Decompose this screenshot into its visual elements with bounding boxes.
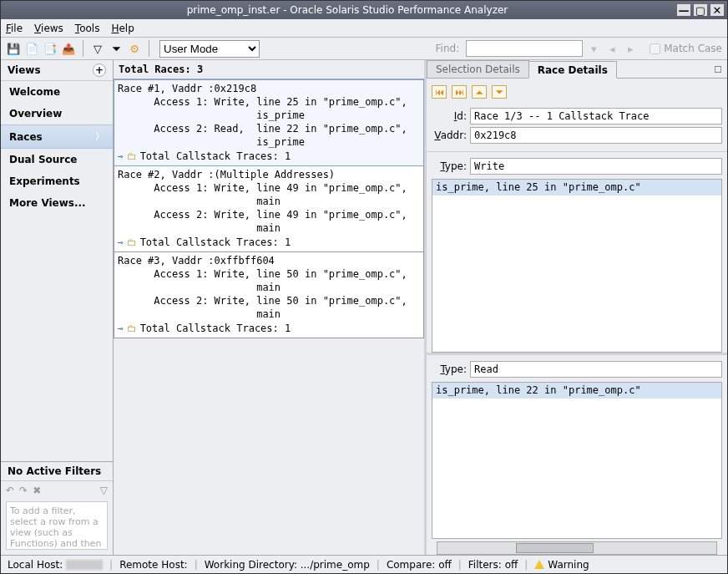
menu-help[interactable]: Help [111,23,134,34]
filter-funnel-icon[interactable]: ▽ [100,485,108,496]
sidebar-item-welcome[interactable]: Welcome [1,81,113,103]
gear-icon[interactable]: ⚙ [127,41,142,56]
sidebar-item-more-views[interactable]: More Views... [1,192,113,214]
id-value: Race 1/3 -- 1 Callstack Trace [470,108,722,124]
window-titlebar: prime_omp_inst.er - Oracle Solaris Studi… [1,1,727,19]
menu-views[interactable]: Views [34,23,63,34]
tab-race-details[interactable]: Race Details [528,61,617,79]
filters-header: No Active Filters [1,461,113,481]
mode-select[interactable]: User Mode [159,40,260,58]
expand-key-icon[interactable]: ⊸ [118,151,124,162]
races-header: Total Races: 3 [114,60,424,79]
status-local-host: Local Host: [8,559,103,571]
stack2-list[interactable]: is_prime, line 22 in "prime_omp.c" [432,382,722,540]
find-label: Find: [436,43,460,54]
races-panel: Total Races: 3 Race #1, Vaddr :0x219c8 A… [114,60,427,555]
save-icon[interactable]: 💾 [6,41,21,56]
status-warning[interactable]: Warning [534,559,589,571]
warning-icon [534,560,544,569]
sidebar-item-experiments[interactable]: Experiments [1,170,113,192]
nav-first-icon[interactable]: ⏮ [432,85,447,99]
id-label: Id: [432,110,467,122]
find-next-icon[interactable]: ▸ [623,41,638,56]
expand-key-icon[interactable]: ⊸ [118,237,124,248]
nav-down-icon[interactable]: ⏷ [492,85,507,99]
type1-value: Write [470,158,722,175]
nav-up-icon[interactable]: ⏶ [472,85,487,99]
match-case-checkbox[interactable]: Match Case [650,43,722,54]
folder-icon: 🗀 [127,323,137,334]
funnel-icon[interactable]: ⏷ [109,41,124,56]
status-working-dir: Working Directory: .../prime_omp [205,559,370,571]
type2-value: Read [470,361,722,378]
horizontal-scrollbar[interactable] [437,541,717,555]
export-icon[interactable]: 📤 [61,41,76,56]
folder-icon: 🗀 [127,150,137,162]
sidebar-item-overview[interactable]: Overview [1,103,113,124]
close-button[interactable]: ✕ [710,4,724,16]
stack1-list[interactable]: is_prime, line 25 in "prime_omp.c" [432,179,722,353]
type2-label: Type: [432,363,467,375]
vaddr-label: Vaddr: [432,130,467,141]
compare-icon[interactable]: 📑 [43,41,58,56]
race-row[interactable]: Race #2, Vaddr :(Multiple Addresses) Acc… [114,166,424,252]
add-view-button[interactable]: + [93,63,106,77]
stack-entry[interactable]: is_prime, line 25 in "prime_omp.c" [432,180,721,196]
undo-icon[interactable]: ↶ [6,485,14,496]
maximize-button[interactable]: ▢ [694,4,707,16]
find-prev-icon[interactable]: ◂ [604,41,619,56]
vaddr-value: 0x219c8 [470,127,722,144]
open-icon[interactable]: 📄 [24,41,39,56]
status-filters: Filters: off [468,559,518,571]
nav-next-icon[interactable]: ⏭ [452,85,467,99]
race-row[interactable]: Race #3, Vaddr :0xffbff604 Access 1: Wri… [114,252,424,338]
status-remote-host: Remote Host: [119,559,187,571]
redo-icon[interactable]: ↷ [19,485,28,496]
filter-icon[interactable]: ▽ [90,41,105,56]
menu-file[interactable]: File [6,23,23,34]
details-panel: Selection Details Race Details ◻ ⏮ ⏭ ⏶ ⏷… [427,60,727,555]
stack-entry[interactable]: is_prime, line 22 in "prime_omp.c" [432,383,721,399]
sidebar-item-dual-source[interactable]: Dual Source [1,149,113,170]
race-row[interactable]: Race #1, Vaddr :0x219c8 Access 1: Write,… [114,79,424,166]
menubar: File Views Tools Help [1,19,727,38]
find-dropdown-icon[interactable]: ▾ [586,41,601,56]
window-title: prime_omp_inst.er - Oracle Solaris Studi… [18,4,677,16]
expand-key-icon[interactable]: ⊸ [118,323,124,334]
detach-icon[interactable]: ◻ [709,60,727,78]
sidebar-header: Views [8,64,41,76]
tab-selection-details[interactable]: Selection Details [427,60,529,78]
minimize-button[interactable]: — [677,4,690,16]
filters-hint-text: To add a filter, select a row from a vie… [6,501,108,550]
views-sidebar: Views + Welcome Overview Races 〉 Dual So… [1,60,114,555]
menu-tools[interactable]: Tools [75,23,100,34]
statusbar: Local Host: | Remote Host: | Working Dir… [1,555,727,573]
sidebar-item-races[interactable]: Races 〉 [1,124,113,149]
status-compare: Compare: off [387,559,452,571]
toolbar: 💾 📄 📑 📤 ▽ ⏷ ⚙ User Mode Find: ▾ ◂ ▸ Matc… [1,38,727,60]
type1-label: Type: [432,160,467,172]
folder-icon: 🗀 [127,236,137,248]
find-input[interactable] [466,40,583,57]
chevron-right-icon: 〉 [95,130,104,143]
clear-filter-icon[interactable]: ✖ [33,485,41,496]
